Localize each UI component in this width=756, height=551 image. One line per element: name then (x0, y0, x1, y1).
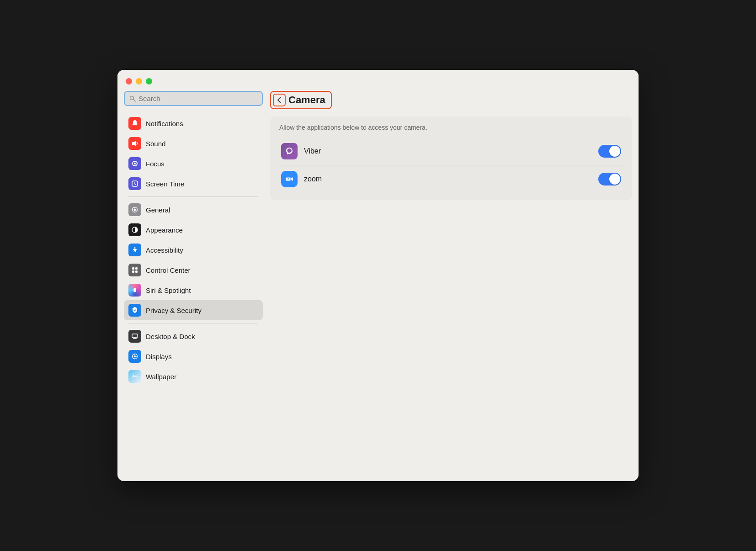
sidebar-item-displays[interactable]: Displays (124, 346, 263, 366)
notifications-icon (128, 117, 141, 130)
search-box[interactable] (124, 91, 263, 106)
viber-name: Viber (304, 147, 592, 155)
main-content: Camera Allow the applications below to a… (266, 91, 632, 475)
controlcenter-label: Control Center (146, 266, 191, 274)
svg-marker-2 (132, 141, 136, 146)
camera-permissions-box: Allow the applications below to access y… (270, 117, 632, 200)
notifications-label: Notifications (146, 120, 183, 127)
zoom-toggle-knob (609, 174, 620, 185)
sidebar-scroll[interactable]: Notifications Sound (124, 113, 263, 475)
desktop-icon (128, 330, 141, 343)
svg-line-1 (133, 99, 135, 101)
page-title-wrapper: Camera (270, 91, 332, 109)
svg-point-4 (134, 209, 136, 211)
page-title: Camera (288, 94, 325, 106)
camera-description: Allow the applications below to access y… (279, 124, 623, 131)
titlebar (117, 70, 639, 85)
sound-icon (128, 137, 141, 150)
sidebar-group-2: General Appearance (124, 200, 263, 320)
focus-label: Focus (146, 160, 165, 168)
zoom-name: zoom (304, 175, 592, 183)
siri-icon (128, 284, 141, 297)
sidebar: Notifications Sound (124, 91, 266, 475)
minimize-button[interactable] (136, 78, 142, 85)
wallpaper-icon (128, 370, 141, 383)
divider-2 (128, 323, 258, 323)
general-icon (128, 203, 141, 216)
privacy-icon (128, 304, 141, 317)
zoom-row: Z zoom (279, 165, 623, 193)
divider-1 (128, 196, 258, 197)
accessibility-label: Accessibility (146, 246, 183, 254)
sidebar-group-3: Desktop & Dock Displays (124, 326, 263, 387)
sidebar-item-wallpaper[interactable]: Wallpaper (124, 366, 263, 387)
controlcenter-icon (128, 264, 141, 276)
privacy-item-wrapper: Privacy & Security (124, 300, 263, 320)
sidebar-item-accessibility[interactable]: Accessibility (124, 240, 263, 260)
svg-point-16 (133, 375, 133, 376)
svg-point-12 (133, 288, 136, 292)
sidebar-item-siri[interactable]: Siri & Spotlight (124, 280, 263, 300)
screentime-icon (128, 177, 141, 190)
sidebar-item-notifications[interactable]: Notifications (124, 113, 263, 133)
siri-label: Siri & Spotlight (146, 286, 191, 294)
sidebar-item-screentime[interactable]: Screen Time (124, 174, 263, 194)
svg-rect-13 (132, 334, 138, 338)
svg-text:Z: Z (287, 178, 289, 180)
viber-toggle[interactable] (598, 145, 621, 158)
zoom-toggle[interactable] (598, 173, 621, 185)
search-input[interactable] (138, 95, 257, 102)
sidebar-item-desktop[interactable]: Desktop & Dock (124, 326, 263, 346)
screentime-label: Screen Time (146, 180, 184, 188)
zoom-icon: Z (281, 171, 298, 187)
page-header: Camera (270, 91, 632, 109)
sidebar-group-1: Notifications Sound (124, 113, 263, 194)
sound-label: Sound (146, 140, 165, 148)
accessibility-icon (128, 244, 141, 256)
displays-icon (128, 350, 141, 363)
svg-point-7 (134, 247, 136, 249)
svg-rect-11 (135, 270, 138, 273)
appearance-icon (128, 223, 141, 236)
viber-row: Viber (279, 138, 623, 165)
general-label: General (146, 206, 170, 214)
svg-point-15 (134, 355, 136, 357)
svg-rect-8 (132, 267, 134, 270)
sidebar-item-privacy[interactable]: Privacy & Security (124, 300, 263, 320)
svg-rect-9 (135, 267, 138, 270)
close-button[interactable] (126, 78, 132, 85)
maximize-button[interactable] (146, 78, 152, 85)
viber-icon (281, 143, 298, 159)
wallpaper-label: Wallpaper (146, 373, 176, 381)
sidebar-item-general[interactable]: General (124, 200, 263, 220)
sidebar-item-focus[interactable]: Focus (124, 154, 263, 174)
desktop-label: Desktop & Dock (146, 333, 195, 340)
focus-icon (128, 157, 141, 170)
sidebar-item-controlcenter[interactable]: Control Center (124, 260, 263, 280)
search-icon (129, 95, 136, 102)
appearance-label: Appearance (146, 226, 183, 234)
privacy-label: Privacy & Security (146, 307, 202, 314)
viber-toggle-knob (609, 146, 620, 157)
sidebar-item-appearance[interactable]: Appearance (124, 220, 263, 240)
displays-label: Displays (146, 353, 172, 360)
svg-rect-10 (132, 270, 134, 273)
back-button[interactable] (273, 94, 286, 106)
sidebar-item-sound[interactable]: Sound (124, 133, 263, 154)
